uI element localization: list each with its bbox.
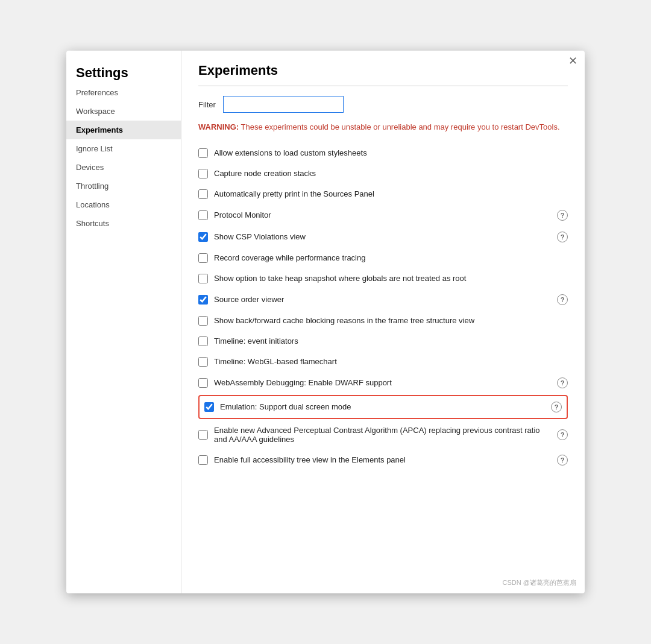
experiment-label-heap-snapshot: Show option to take heap snapshot where … [214,274,568,283]
experiment-item-node-creation: Capture node creation stacks [198,163,568,184]
watermark: CSDN @诸葛亮的芭蕉扇 [503,578,576,587]
experiment-label-accessibility-tree: Enable full accessibility tree view in t… [214,455,549,464]
help-icon-webassembly-dwarf[interactable]: ? [557,377,568,388]
experiment-item-dual-screen: Emulation: Support dual screen mode? [198,395,568,419]
experiment-label-ext-stylesheets: Allow extensions to load custom styleshe… [214,148,568,157]
warning-prefix: WARNING: [198,122,239,131]
divider [198,86,568,86]
experiment-item-source-order: Source order viewer? [198,289,568,311]
checkbox-protocol-monitor[interactable] [198,210,208,220]
experiment-item-ext-stylesheets: Allow extensions to load custom styleshe… [198,143,568,163]
checkbox-record-coverage[interactable] [198,253,208,263]
sidebar-item-preferences[interactable]: Preferences [66,83,181,102]
filter-input[interactable] [223,96,344,113]
settings-dialog: ✕ Settings PreferencesWorkspaceExperimen… [66,51,585,593]
experiment-label-timeline-webgl: Timeline: WebGL-based flamechart [214,357,568,366]
experiment-label-record-coverage: Record coverage while performance tracin… [214,253,568,262]
filter-row: Filter [198,96,568,113]
sidebar-item-experiments[interactable]: Experiments [66,121,181,139]
checkbox-ext-stylesheets[interactable] [198,148,208,158]
experiment-item-accessibility-tree: Enable full accessibility tree view in t… [198,449,568,471]
checkbox-webassembly-dwarf[interactable] [198,378,208,388]
experiment-item-apca: Enable new Advanced Perceptual Contrast … [198,420,568,449]
experiment-item-back-forward-cache: Show back/forward cache blocking reasons… [198,311,568,331]
checkbox-heap-snapshot[interactable] [198,274,208,283]
experiment-item-webassembly-dwarf: WebAssembly Debugging: Enable DWARF supp… [198,372,568,394]
sidebar-items: PreferencesWorkspaceExperimentsIgnore Li… [66,83,181,233]
experiment-label-apca: Enable new Advanced Perceptual Contrast … [214,426,549,444]
experiment-label-csp-violations: Show CSP Violations view [214,232,549,241]
sidebar-item-locations[interactable]: Locations [66,195,181,214]
checkbox-timeline-webgl[interactable] [198,357,208,367]
sidebar-item-ignore-list[interactable]: Ignore List [66,139,181,158]
warning-body: These experiments could be unstable or u… [239,122,559,131]
checkbox-timeline-initiators[interactable] [198,336,208,346]
checkbox-apca[interactable] [198,430,208,440]
experiment-item-timeline-webgl: Timeline: WebGL-based flamechart [198,352,568,372]
experiment-item-record-coverage: Record coverage while performance tracin… [198,248,568,268]
checkbox-back-forward-cache[interactable] [198,316,208,326]
experiment-label-protocol-monitor: Protocol Monitor [214,210,549,219]
experiment-item-timeline-initiators: Timeline: event initiators [198,331,568,352]
experiment-label-pretty-print: Automatically pretty print in the Source… [214,189,568,198]
sidebar-item-devices[interactable]: Devices [66,158,181,177]
main-content: Experiments Filter WARNING: These experi… [181,51,585,593]
sidebar-item-workspace[interactable]: Workspace [66,102,181,121]
help-icon-accessibility-tree[interactable]: ? [557,455,568,466]
checkbox-node-creation[interactable] [198,169,208,178]
checkbox-csp-violations[interactable] [198,232,208,242]
experiment-label-timeline-initiators: Timeline: event initiators [214,336,568,346]
sidebar-item-shortcuts[interactable]: Shortcuts [66,214,181,233]
experiment-label-source-order: Source order viewer [214,295,549,304]
checkbox-accessibility-tree[interactable] [198,455,208,465]
experiment-item-protocol-monitor: Protocol Monitor? [198,204,568,226]
sidebar: Settings PreferencesWorkspaceExperiments… [66,51,181,593]
help-icon-source-order[interactable]: ? [557,294,568,305]
warning-text: WARNING: These experiments could be unst… [198,121,568,133]
experiment-label-node-creation: Capture node creation stacks [214,169,568,178]
experiment-list: Allow extensions to load custom styleshe… [198,143,568,471]
experiment-item-heap-snapshot: Show option to take heap snapshot where … [198,268,568,289]
dialog-body: Settings PreferencesWorkspaceExperiments… [66,51,585,593]
help-icon-dual-screen[interactable]: ? [551,402,562,412]
experiment-item-csp-violations: Show CSP Violations view? [198,226,568,248]
page-title: Experiments [198,63,568,78]
filter-label: Filter [198,100,216,109]
help-icon-csp-violations[interactable]: ? [557,232,568,242]
experiment-label-dual-screen: Emulation: Support dual screen mode [220,402,542,411]
checkbox-pretty-print[interactable] [198,189,208,199]
experiment-item-pretty-print: Automatically pretty print in the Source… [198,184,568,204]
experiment-label-back-forward-cache: Show back/forward cache blocking reasons… [214,316,568,325]
experiment-label-webassembly-dwarf: WebAssembly Debugging: Enable DWARF supp… [214,378,549,387]
sidebar-item-throttling[interactable]: Throttling [66,177,181,195]
help-icon-protocol-monitor[interactable]: ? [557,210,568,221]
help-icon-apca[interactable]: ? [557,429,568,440]
checkbox-source-order[interactable] [198,295,208,305]
checkbox-dual-screen[interactable] [204,402,214,412]
close-button[interactable]: ✕ [568,55,577,66]
sidebar-title: Settings [66,60,181,83]
